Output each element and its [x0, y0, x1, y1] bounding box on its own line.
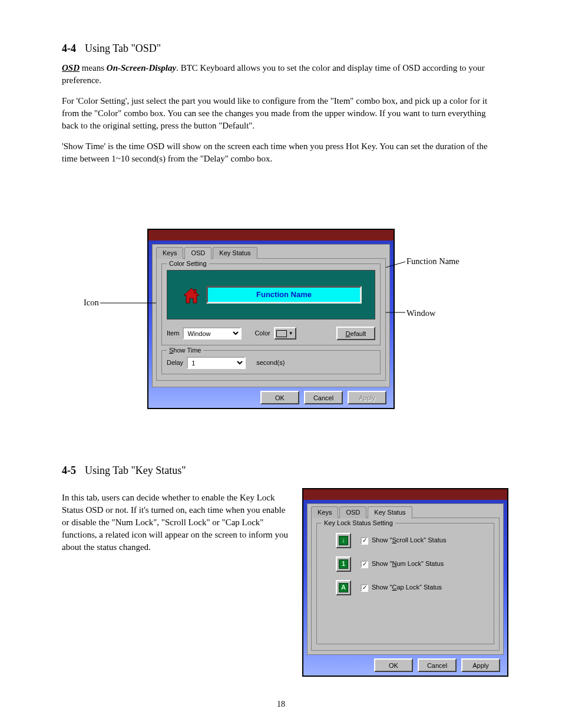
heading-num-2: 4-5	[62, 465, 76, 476]
tab-bar: Keys OSD Key Status	[156, 247, 386, 259]
titlebar-2	[303, 489, 507, 500]
tab-osd[interactable]: OSD	[184, 247, 211, 259]
section-4-4-heading: 4-4 Using Tab "OSD"	[62, 41, 503, 56]
num-icon: 1	[339, 559, 348, 569]
delay-combo[interactable]: 1	[187, 357, 246, 369]
chevron-down-icon: ▼	[288, 330, 294, 337]
cap-lock-icon: A	[336, 580, 351, 595]
svg-marker-0	[184, 288, 199, 303]
osd-dialog: Keys OSD Key Status Color Setting	[147, 229, 395, 409]
color-label: Color	[254, 329, 270, 338]
heading-text-2: Using Tab "Key Status"	[85, 465, 186, 476]
tab-key-status-2[interactable]: Key Status	[368, 506, 412, 519]
osd-paragraph-2: For 'Color Setting', just select the par…	[62, 95, 503, 132]
svg-rect-1	[194, 289, 196, 293]
tab-osd-2[interactable]: OSD	[339, 506, 366, 518]
osd-expansion: On-Screen-Display	[107, 63, 176, 73]
num-lock-icon: 1	[336, 556, 351, 572]
osd-paragraph-3: 'Show Time' is the time OSD will show on…	[62, 140, 503, 165]
cancel-button[interactable]: Cancel	[304, 391, 343, 404]
group-key-lock: Key Lock Status Setting ↓ ✓ Show "Scroll…	[316, 523, 494, 644]
house-icon	[183, 287, 200, 305]
tab-bar-2: Keys OSD Key Status	[311, 506, 500, 518]
item-combo[interactable]: Window	[183, 327, 242, 340]
group-label-color: Color Setting	[167, 259, 209, 268]
num-lock-label: Show "Num Lock" Status	[372, 559, 444, 568]
apply-button[interactable]: Apply	[348, 391, 386, 404]
section-4-5-heading: 4-5 Using Tab "Key Status"	[62, 463, 504, 478]
tab-keys-2[interactable]: Keys	[311, 506, 338, 518]
default-button[interactable]: Default	[336, 327, 375, 340]
group-label-keylock: Key Lock Status Setting	[322, 519, 395, 528]
apply-button-2[interactable]: Apply	[461, 658, 500, 672]
callout-function-name: Function Name	[406, 255, 459, 267]
function-name-preview: Function Name	[206, 286, 362, 304]
heading-text: Using Tab "OSD"	[85, 42, 161, 54]
osd-paragraph-1: OSD means On-Screen-Display. BTC Keyboar…	[62, 62, 503, 87]
callout-window: Window	[406, 307, 435, 319]
item-label: Item	[167, 329, 179, 338]
ok-button-2[interactable]: OK	[374, 658, 413, 672]
group-show-time: Show Time Delay 1 second(s)	[161, 350, 381, 374]
seconds-label: second(s)	[256, 358, 285, 367]
callout-icon: Icon	[84, 297, 99, 308]
group-color-setting: Color Setting Function Name	[161, 263, 381, 345]
tab-keys[interactable]: Keys	[156, 247, 183, 259]
tab-key-status[interactable]: Key Status	[213, 247, 257, 259]
keystatus-paragraph: In this tab, users can decide whether to…	[62, 492, 294, 554]
scroll-lock-checkbox[interactable]: ✓	[361, 537, 368, 545]
page-number: 18	[0, 699, 562, 710]
color-swatch	[276, 330, 287, 337]
function-name-text: Function Name	[256, 289, 312, 300]
cap-lock-checkbox[interactable]: ✓	[361, 584, 368, 592]
titlebar	[148, 230, 394, 241]
osd-term: OSD	[62, 63, 80, 73]
scroll-lock-icon: ↓	[336, 533, 351, 548]
delay-label: Delay	[167, 358, 183, 367]
heading-num: 4-4	[62, 42, 76, 54]
key-status-dialog: Keys OSD Key Status Key Lock Status Sett…	[302, 488, 508, 677]
scroll-lock-label: Show "Scroll Lock" Status	[372, 536, 446, 545]
ok-button[interactable]: OK	[260, 391, 299, 404]
color-combo[interactable]: ▼	[274, 327, 296, 340]
osd-preview-area: Function Name	[167, 270, 375, 319]
cap-lock-label: Show "Cap Lock" Status	[372, 583, 442, 592]
cap-icon: A	[339, 583, 348, 592]
cancel-button-2[interactable]: Cancel	[418, 658, 457, 672]
arrow-down-icon: ↓	[339, 536, 348, 545]
group-label-showtime: Show Time	[167, 346, 203, 355]
num-lock-checkbox[interactable]: ✓	[361, 561, 368, 568]
